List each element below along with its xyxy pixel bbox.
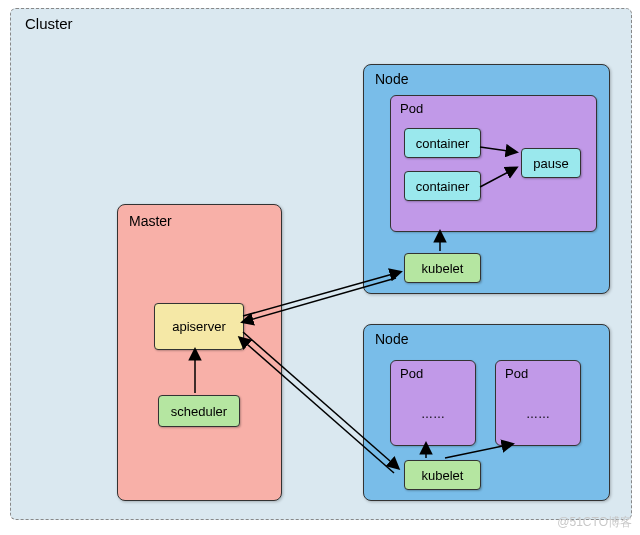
node2-pod2-label: Pod xyxy=(505,366,528,381)
pause-box: pause xyxy=(521,148,581,178)
scheduler-box: scheduler xyxy=(158,395,240,427)
master-label: Master xyxy=(129,213,172,229)
container2-box: container xyxy=(404,171,481,201)
node2-pod1-box: Pod …… xyxy=(390,360,476,446)
node2-pod1-label: Pod xyxy=(400,366,423,381)
cluster-box: Cluster Master apiserver scheduler Node … xyxy=(10,8,632,520)
node1-label: Node xyxy=(375,71,408,87)
master-box: Master apiserver scheduler xyxy=(117,204,282,501)
node2-label: Node xyxy=(375,331,408,347)
watermark: @51CTO博客 xyxy=(557,514,632,531)
kubelet2-box: kubelet xyxy=(404,460,481,490)
kubelet1-box: kubelet xyxy=(404,253,481,283)
canvas: Cluster Master apiserver scheduler Node … xyxy=(0,0,640,535)
node2-pod1-dots: …… xyxy=(391,407,475,421)
node1-pod-label: Pod xyxy=(400,101,423,116)
cluster-label: Cluster xyxy=(25,15,73,32)
node2-pod2-dots: …… xyxy=(496,407,580,421)
node1-box: Node Pod container container pause kubel… xyxy=(363,64,610,294)
node2-pod2-box: Pod …… xyxy=(495,360,581,446)
node1-pod-box: Pod container container pause xyxy=(390,95,597,232)
node2-box: Node Pod …… Pod …… kubelet xyxy=(363,324,610,501)
container1-box: container xyxy=(404,128,481,158)
apiserver-box: apiserver xyxy=(154,303,244,350)
